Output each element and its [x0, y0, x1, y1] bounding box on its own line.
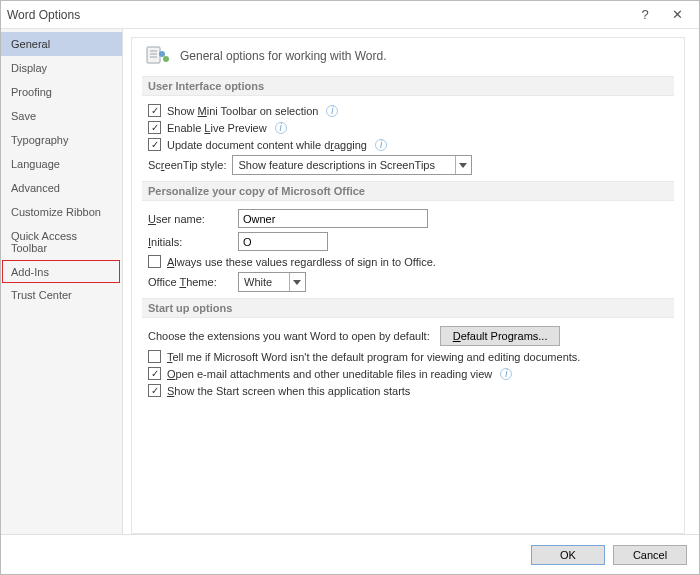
sidebar-item-language[interactable]: Language	[1, 152, 122, 176]
section-ui-options: User Interface options	[142, 76, 674, 96]
input-initials[interactable]	[238, 232, 328, 251]
checkbox-live-preview[interactable]	[148, 121, 161, 134]
chevron-down-icon	[289, 273, 305, 291]
window-title: Word Options	[7, 8, 80, 22]
sidebar-item-add-ins[interactable]: Add-Ins	[2, 260, 120, 283]
sidebar-item-trust-center[interactable]: Trust Center	[1, 283, 122, 307]
label-office-theme: Office Theme:	[148, 276, 232, 288]
dialog-footer: OK Cancel	[1, 534, 699, 574]
ok-button[interactable]: OK	[531, 545, 605, 565]
info-icon[interactable]: i	[326, 105, 338, 117]
label-live-preview: Enable Live Preview	[167, 122, 267, 134]
section-startup: Start up options	[142, 298, 674, 318]
sidebar-item-save[interactable]: Save	[1, 104, 122, 128]
svg-point-5	[163, 56, 169, 62]
label-username: User name:	[148, 213, 232, 225]
general-options-icon	[144, 44, 172, 68]
label-update-dragging: Update document content while dragging	[167, 139, 367, 151]
label-choose-extensions: Choose the extensions you want Word to o…	[148, 330, 430, 342]
checkbox-update-dragging[interactable]	[148, 138, 161, 151]
input-username[interactable]	[238, 209, 428, 228]
help-button[interactable]: ?	[629, 1, 661, 28]
sidebar-item-display[interactable]: Display	[1, 56, 122, 80]
sidebar-item-general[interactable]: General	[1, 32, 122, 56]
sidebar-item-typography[interactable]: Typography	[1, 128, 122, 152]
svg-rect-0	[147, 47, 160, 63]
info-icon[interactable]: i	[500, 368, 512, 380]
checkbox-open-email-reading[interactable]	[148, 367, 161, 380]
label-screentip-style: ScreenTip style:	[148, 159, 226, 171]
info-icon[interactable]: i	[375, 139, 387, 151]
sidebar-item-proofing[interactable]: Proofing	[1, 80, 122, 104]
default-programs-button[interactable]: Default Programs...	[440, 326, 561, 346]
label-mini-toolbar: Show Mini Toolbar on selection	[167, 105, 318, 117]
options-sidebar: General Display Proofing Save Typography…	[1, 29, 123, 534]
select-screentip-style[interactable]: Show feature descriptions in ScreenTips	[232, 155, 472, 175]
chevron-down-icon	[455, 156, 471, 174]
label-start-screen: Show the Start screen when this applicat…	[167, 385, 410, 397]
page-heading: General options for working with Word.	[180, 49, 387, 63]
label-initials: Initials:	[148, 236, 232, 248]
label-open-email-reading: Open e-mail attachments and other unedit…	[167, 368, 492, 380]
section-personalize: Personalize your copy of Microsoft Offic…	[142, 181, 674, 201]
checkbox-start-screen[interactable]	[148, 384, 161, 397]
select-office-theme[interactable]: White	[238, 272, 306, 292]
label-tell-default: Tell me if Microsoft Word isn't the defa…	[167, 351, 580, 363]
label-always-use-values: Always use these values regardless of si…	[167, 256, 436, 268]
word-options-dialog: Word Options ? ✕ General Display Proofin…	[0, 0, 700, 575]
sidebar-item-advanced[interactable]: Advanced	[1, 176, 122, 200]
checkbox-mini-toolbar[interactable]	[148, 104, 161, 117]
info-icon[interactable]: i	[275, 122, 287, 134]
options-content: General options for working with Word. U…	[131, 37, 685, 534]
sidebar-item-quick-access[interactable]: Quick Access Toolbar	[1, 224, 122, 260]
close-button[interactable]: ✕	[661, 1, 693, 28]
close-icon: ✕	[672, 7, 683, 22]
titlebar: Word Options ? ✕	[1, 1, 699, 29]
checkbox-tell-default[interactable]	[148, 350, 161, 363]
svg-point-4	[159, 51, 165, 57]
checkbox-always-use-values[interactable]	[148, 255, 161, 268]
sidebar-item-customize-ribbon[interactable]: Customize Ribbon	[1, 200, 122, 224]
cancel-button[interactable]: Cancel	[613, 545, 687, 565]
